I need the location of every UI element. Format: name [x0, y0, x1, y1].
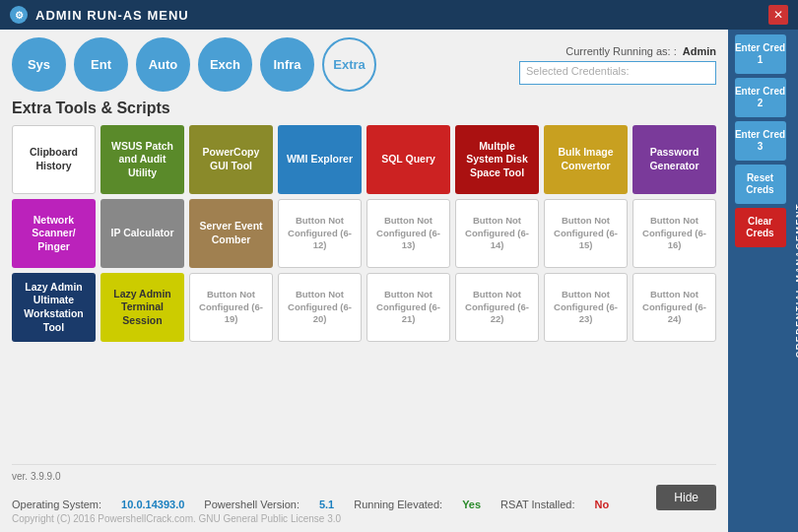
- tool-unconfigured-6-19[interactable]: Button Not Configured (6-19): [189, 273, 273, 342]
- reset-creds-button[interactable]: Reset Creds: [735, 165, 786, 204]
- close-button[interactable]: ✕: [768, 5, 788, 25]
- tab-extra[interactable]: Extra: [322, 37, 376, 92]
- sidebar-wrapper: Enter Cred 1 Enter Cred 2 Enter Cred 3 R…: [728, 30, 798, 532]
- tab-auto[interactable]: Auto: [136, 37, 190, 92]
- tool-bulk-image[interactable]: Bulk Image Convertor: [544, 125, 628, 194]
- tool-powercopy[interactable]: PowerCopy GUI Tool: [189, 125, 273, 194]
- tab-ent[interactable]: Ent: [74, 37, 128, 92]
- ps-value: 5.1: [319, 499, 334, 510]
- tab-exch[interactable]: Exch: [198, 37, 252, 92]
- section-title: Extra Tools & Scripts: [12, 100, 716, 117]
- tool-unconfigured-6-23[interactable]: Button Not Configured (6-23): [544, 273, 628, 342]
- enter-cred-2-button[interactable]: Enter Cred 2: [735, 78, 786, 117]
- copyright-text: Copyright (C) 2016 PowershellCrack.com. …: [12, 513, 716, 524]
- version-text: ver. 3.9.9.0: [12, 471, 716, 482]
- tool-wsus[interactable]: WSUS Patch and Audit Utility: [100, 125, 184, 194]
- rsat-label: RSAT Installed:: [500, 499, 574, 510]
- tool-lazy-admin-workstation[interactable]: Lazy Admin Ultimate Workstation Tool: [12, 273, 96, 342]
- tool-unconfigured-6-14[interactable]: Button Not Configured (6-14): [455, 199, 539, 268]
- titlebar: ⚙ ADMIN RUN-AS MENU ✕: [0, 0, 798, 30]
- hide-button[interactable]: Hide: [656, 485, 716, 510]
- running-as-row: Currently Running as: : Admin: [565, 45, 716, 57]
- tool-unconfigured-6-16[interactable]: Button Not Configured (6-16): [632, 199, 716, 268]
- tool-disk-space[interactable]: Multple System Disk Space Tool: [455, 125, 539, 194]
- tools-row-1: Clipboard History WSUS Patch and Audit U…: [12, 125, 716, 194]
- running-as-value: Admin: [683, 45, 716, 57]
- tools-grid: Clipboard History WSUS Patch and Audit U…: [12, 125, 716, 342]
- tool-sql-query[interactable]: SQL Query: [366, 125, 450, 194]
- credential-sidebar: Enter Cred 1 Enter Cred 2 Enter Cred 3 R…: [728, 30, 792, 532]
- os-value: 10.0.14393.0: [121, 499, 184, 510]
- tool-lazy-admin-terminal[interactable]: Lazy Admin Terminal Session: [100, 273, 184, 342]
- bottom-bar: ver. 3.9.9.0 Operating System: 10.0.1439…: [12, 464, 716, 524]
- top-bar: Sys Ent Auto Exch Infra Extra Currently …: [12, 37, 716, 92]
- tab-sys[interactable]: Sys: [12, 37, 66, 92]
- tool-clipboard-history[interactable]: Clipboard History: [12, 125, 96, 194]
- selected-credentials-field[interactable]: Selected Credentials:: [519, 61, 716, 85]
- tools-row-3: Lazy Admin Ultimate Workstation Tool Laz…: [12, 273, 716, 342]
- bottom-row: Operating System: 10.0.14393.0 Powershel…: [12, 485, 716, 510]
- elevated-value: Yes: [462, 499, 481, 510]
- running-as-label: Currently Running as: :: [565, 45, 677, 57]
- elevated-label: Running Elevated:: [354, 499, 442, 510]
- enter-cred-1-button[interactable]: Enter Cred 1: [735, 34, 786, 74]
- tool-wmi-explorer[interactable]: WMI Explorer: [278, 125, 362, 194]
- tool-unconfigured-6-24[interactable]: Button Not Configured (6-24): [632, 273, 716, 342]
- tool-password-gen[interactable]: Password Generator: [632, 125, 716, 194]
- app-title: ADMIN RUN-AS MENU: [35, 8, 768, 23]
- credential-management-label: CREDENTIAL MANAGEMENT: [792, 30, 798, 532]
- tool-network-scanner[interactable]: Network Scanner/ Pinger: [12, 199, 96, 268]
- tool-ip-calculator[interactable]: IP Calculator: [100, 199, 184, 268]
- tool-unconfigured-6-15[interactable]: Button Not Configured (6-15): [544, 199, 628, 268]
- main-content: Sys Ent Auto Exch Infra Extra Currently …: [0, 30, 728, 532]
- clear-creds-button[interactable]: Clear Creds: [735, 208, 786, 247]
- tool-unconfigured-6-13[interactable]: Button Not Configured (6-13): [366, 199, 450, 268]
- content-area: Sys Ent Auto Exch Infra Extra Currently …: [0, 30, 798, 532]
- tool-unconfigured-6-22[interactable]: Button Not Configured (6-22): [455, 273, 539, 342]
- tool-unconfigured-6-20[interactable]: Button Not Configured (6-20): [278, 273, 362, 342]
- tool-unconfigured-6-21[interactable]: Button Not Configured (6-21): [366, 273, 450, 342]
- tab-infra[interactable]: Infra: [260, 37, 314, 92]
- rsat-value: No: [595, 499, 610, 510]
- credentials-panel: Currently Running as: : Admin Selected C…: [519, 45, 716, 85]
- nav-tabs: Sys Ent Auto Exch Infra Extra: [12, 37, 509, 92]
- status-row: Operating System: 10.0.14393.0 Powershel…: [12, 499, 609, 510]
- app-icon: ⚙: [10, 6, 28, 24]
- tool-unconfigured-6-12[interactable]: Button Not Configured (6-12): [278, 199, 362, 268]
- tools-row-2: Network Scanner/ Pinger IP Calculator Se…: [12, 199, 716, 268]
- os-label: Operating System:: [12, 499, 101, 510]
- main-window: ⚙ ADMIN RUN-AS MENU ✕ Sys Ent Auto Exch …: [0, 0, 798, 532]
- ps-label: Powershell Version:: [204, 499, 299, 510]
- enter-cred-3-button[interactable]: Enter Cred 3: [735, 121, 786, 161]
- tool-server-event[interactable]: Server Event Comber: [189, 199, 273, 268]
